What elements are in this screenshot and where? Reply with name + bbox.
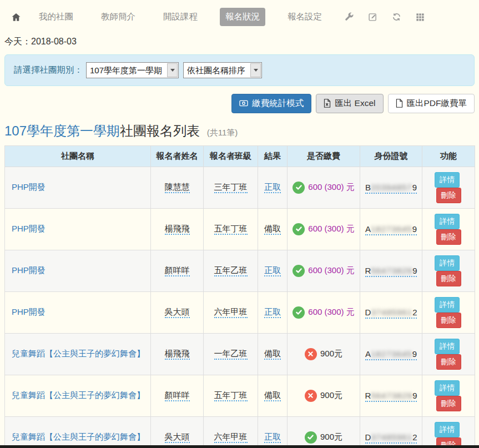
- registration-table: 社團名稱 報名者姓名 報名者班級 結果 是否繳費 身份證號 功能 PHP開發 陳…: [4, 145, 475, 448]
- result-value[interactable]: 備取: [264, 349, 281, 360]
- payment-amount: 600 (300) 元: [308, 265, 354, 276]
- club-name-link[interactable]: PHP開發: [12, 224, 46, 233]
- filter-label: 請選擇社團期別：: [14, 64, 83, 76]
- unpaid-cross-icon: [305, 390, 317, 402]
- payment-cell: 900元: [292, 348, 355, 360]
- applicant-class[interactable]: 三年丁班: [214, 182, 248, 193]
- id-number[interactable]: B203948579: [365, 183, 417, 194]
- result-value[interactable]: 備取: [264, 390, 281, 401]
- detail-button[interactable]: 詳情: [435, 422, 460, 437]
- payment-cell: 900元: [292, 431, 355, 444]
- detail-button[interactable]: 詳情: [435, 255, 460, 271]
- nav-item-registration-settings[interactable]: 報名設定: [282, 8, 327, 26]
- id-number[interactable]: A182736459: [365, 224, 417, 235]
- applicant-name[interactable]: 陳慧慧: [165, 182, 190, 193]
- column-header-actions: 功能: [422, 145, 475, 167]
- detail-button[interactable]: 詳情: [435, 297, 460, 313]
- applicant-class[interactable]: 五年丁班: [214, 390, 248, 401]
- applicant-class[interactable]: 六年甲班: [214, 432, 248, 443]
- term-select[interactable]: 107學年度第一學期: [86, 62, 179, 78]
- delete-button[interactable]: 刪除: [436, 396, 461, 411]
- delete-button[interactable]: 刪除: [436, 229, 461, 245]
- column-header-id-number: 身份證號: [360, 145, 422, 167]
- title-term: 107學年度第一學期: [4, 123, 120, 138]
- unpaid-cross-icon: [305, 348, 317, 360]
- applicant-name[interactable]: 吳大頭: [165, 432, 190, 443]
- club-name-link[interactable]: PHP開發: [12, 265, 46, 275]
- result-value[interactable]: 正取: [264, 432, 281, 443]
- id-number[interactable]: R564738299: [365, 391, 417, 402]
- detail-button[interactable]: 詳情: [435, 214, 460, 229]
- applicant-name[interactable]: 吳大頭: [165, 307, 190, 318]
- id-number[interactable]: R564738299: [365, 266, 417, 277]
- delete-button[interactable]: 刪除: [436, 354, 461, 370]
- applicant-class[interactable]: 五年丁班: [214, 224, 248, 235]
- title-rest: 社團報名列表: [120, 123, 200, 138]
- excel-file-icon: [324, 99, 331, 108]
- nav-item-teacher-intro[interactable]: 教師簡介: [95, 8, 141, 26]
- top-navbar: 我的社團 教師簡介 開設課程 報名狀況 報名設定: [0, 0, 479, 32]
- payment-amount: 900元: [320, 390, 342, 401]
- nav-item-registration-status[interactable]: 報名狀況: [220, 8, 265, 26]
- page-title: 107學年度第一學期社團報名列表 (共11筆): [4, 122, 475, 140]
- club-name-link[interactable]: 兒童舞蹈【公主與王子的夢幻舞會】: [12, 390, 145, 400]
- payment-cell: 900元: [292, 390, 355, 402]
- table-row: PHP開發 吳大頭 六年甲班 正取 600 (300) 元 D374859612…: [5, 291, 475, 333]
- applicant-name[interactable]: 楊飛飛: [165, 349, 190, 360]
- payment-cell: 600 (300) 元: [292, 306, 355, 319]
- result-value[interactable]: 正取: [264, 265, 281, 276]
- table-header-row: 社團名稱 報名者姓名 報名者班級 結果 是否繳費 身份證號 功能: [5, 145, 475, 167]
- nav-item-open-courses[interactable]: 開設課程: [158, 8, 203, 26]
- applicant-class[interactable]: 六年甲班: [214, 307, 248, 318]
- payment-amount: 900元: [320, 349, 342, 359]
- filter-panel: 請選擇社團期別： 107學年度第一學期 依社團名稱排序: [4, 54, 475, 86]
- export-toolbar: 繳費統計模式 匯出 Excel 匯出PDF繳費單: [4, 94, 475, 113]
- nav-item-my-clubs[interactable]: 我的社團: [33, 8, 79, 26]
- id-number[interactable]: A182736459: [365, 349, 417, 360]
- export-excel-button[interactable]: 匯出 Excel: [316, 94, 383, 113]
- table-row: PHP開發 陳慧慧 三年丁班 正取 600 (300) 元 B203948579…: [5, 167, 475, 208]
- id-number[interactable]: D374859612: [365, 308, 417, 319]
- sort-select-wrap: 依社團名稱排序: [183, 62, 262, 78]
- sort-select[interactable]: 依社團名稱排序: [183, 62, 262, 78]
- column-header-club: 社團名稱: [5, 145, 151, 167]
- paid-check-icon: [293, 223, 305, 235]
- edit-icon[interactable]: [368, 12, 377, 22]
- id-number-redacted: 20394857: [371, 183, 412, 192]
- bottom-bar: [0, 445, 479, 448]
- detail-button[interactable]: 詳情: [435, 172, 460, 188]
- result-value[interactable]: 備取: [264, 224, 281, 235]
- wrench-icon[interactable]: [344, 12, 354, 22]
- pdf-file-icon: [396, 99, 403, 108]
- refresh-icon[interactable]: [392, 12, 401, 22]
- club-name-link[interactable]: 兒童舞蹈【公主與王子的夢幻舞會】: [12, 349, 145, 358]
- paid-check-icon: [293, 265, 305, 277]
- delete-button[interactable]: 刪除: [436, 271, 461, 286]
- id-number[interactable]: D374859612: [365, 432, 417, 444]
- export-pdf-button[interactable]: 匯出PDF繳費單: [388, 94, 475, 113]
- applicant-name[interactable]: 楊飛飛: [165, 224, 190, 235]
- delete-button[interactable]: 刪除: [436, 188, 461, 203]
- id-number-redacted: 37485961: [371, 432, 412, 442]
- club-name-link[interactable]: PHP開發: [12, 307, 46, 316]
- payment-amount: 600 (300) 元: [308, 224, 354, 234]
- payment-stats-button[interactable]: 繳費統計模式: [231, 94, 311, 113]
- detail-button[interactable]: 詳情: [435, 380, 460, 396]
- column-header-payment: 是否繳費: [288, 145, 360, 167]
- detail-button[interactable]: 詳情: [435, 339, 460, 354]
- record-count: (共11筆): [207, 128, 238, 137]
- applicant-name[interactable]: 顏咩咩: [165, 265, 190, 276]
- result-value[interactable]: 正取: [264, 307, 281, 318]
- club-name-link[interactable]: 兒童舞蹈【公主與王子的夢幻舞會】: [12, 432, 145, 441]
- delete-button[interactable]: 刪除: [436, 313, 461, 328]
- term-select-wrap: 107學年度第一學期: [86, 62, 179, 78]
- applicant-class[interactable]: 五年乙班: [214, 265, 248, 276]
- table-row: 兒童舞蹈【公主與王子的夢幻舞會】 吳大頭 六年甲班 正取 900元 D37485…: [5, 416, 475, 448]
- club-name-link[interactable]: PHP開發: [12, 182, 46, 192]
- home-icon[interactable]: [11, 12, 21, 22]
- applicant-class[interactable]: 一年乙班: [214, 349, 248, 360]
- applicant-name[interactable]: 顏咩咩: [165, 390, 190, 401]
- result-value[interactable]: 正取: [264, 182, 281, 193]
- table-row: 兒童舞蹈【公主與王子的夢幻舞會】 楊飛飛 一年乙班 備取 900元 A18273…: [5, 333, 475, 375]
- grid-icon[interactable]: [416, 13, 425, 22]
